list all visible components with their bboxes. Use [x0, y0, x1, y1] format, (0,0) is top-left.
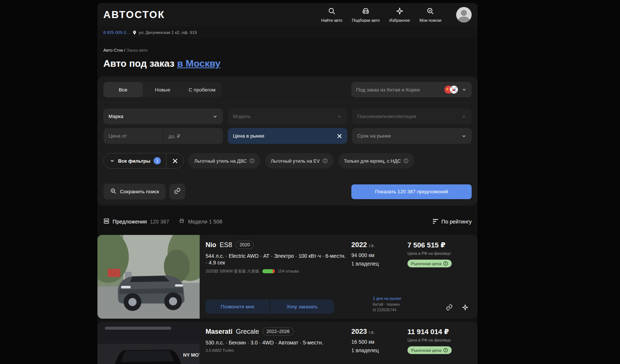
- car-model[interactable]: ES8: [220, 241, 232, 249]
- sparkle-icon: [462, 304, 469, 311]
- chip-util-ev[interactable]: Льготный утиль на EV: [265, 153, 334, 169]
- close-icon: [172, 158, 178, 164]
- sort-control[interactable]: По рейтингу: [433, 219, 472, 225]
- order-button[interactable]: Хочу заказать: [270, 299, 334, 314]
- filters-count-badge: 1: [154, 157, 161, 164]
- user-avatar[interactable]: [456, 7, 472, 22]
- offers-toggle[interactable]: Предложения 120 387: [103, 218, 169, 225]
- card-body: Nio ES8 2020 544 л.с. · Electric AWD · А…: [200, 235, 478, 319]
- market-price-badge[interactable]: Рыночная цена: [407, 260, 452, 267]
- generation-select[interactable]: Поколение/комплектация: [352, 108, 472, 124]
- favorite-button[interactable]: [462, 304, 469, 311]
- market-price-badge-label: Рыночная цена: [411, 261, 441, 266]
- reviews-count: 154 отзыва: [278, 269, 299, 273]
- close-icon[interactable]: [337, 134, 342, 139]
- model-select-label: Модель: [233, 114, 251, 119]
- sort-label: По рейтингу: [441, 219, 472, 225]
- sort-icon: [433, 219, 438, 225]
- chip-legal-vat[interactable]: Только для юрлиц, с НДС: [338, 153, 414, 169]
- city-link[interactable]: в Москву: [177, 58, 221, 69]
- info-icon: [443, 261, 448, 266]
- breadcrumb-current: Заказ авто: [127, 48, 148, 52]
- origin-select[interactable]: Под заказ из Китая и Кореи: [351, 82, 472, 97]
- listing-card-nio-es8: Nio ES8 2020 544 л.с. · Electric AWD · А…: [97, 235, 478, 319]
- chip-label: Льготный утиль на EV: [271, 158, 320, 164]
- clear-filters-button[interactable]: [166, 153, 183, 168]
- nav-collections[interactable]: Подборки авто: [352, 7, 380, 22]
- tab-all[interactable]: Все: [103, 82, 143, 97]
- days-on-market: 2 дня на рынке: [373, 295, 401, 302]
- market-price-label: Цена в рынке: [233, 133, 264, 139]
- year-suffix: г.в.: [369, 243, 375, 248]
- brand-select[interactable]: Марка: [103, 108, 223, 124]
- breadcrumb: Авто Сток / Заказ авто: [103, 48, 472, 52]
- generation-select-label: Поколение/комплектация: [357, 114, 416, 119]
- tab-used[interactable]: С пробегом: [182, 82, 222, 97]
- card-main: Maserati Grecale 2022–2026 530 л.с. · Бе…: [206, 327, 348, 354]
- all-filters-pill: Все фильтры 1: [103, 153, 184, 169]
- all-filters-toggle[interactable]: Все фильтры 1: [104, 157, 166, 164]
- price-note: Цена в РФ на физлицо: [407, 338, 471, 342]
- info-icon: [443, 348, 448, 353]
- contact-bar: 8 925 009-3… ул, Дегунинская 1 к2, оф. 9…: [97, 27, 478, 38]
- nav-my-searches[interactable]: Мои поиски: [420, 7, 441, 22]
- price-to-input[interactable]: до, ₽: [163, 128, 223, 144]
- car-brand[interactable]: Maserati: [206, 328, 232, 336]
- market-term-label: Срок на рынке: [357, 133, 391, 139]
- car-model[interactable]: Grecale: [236, 328, 259, 336]
- price-from-input[interactable]: Цена от: [103, 128, 163, 144]
- car-owners: 1 владелец: [351, 347, 404, 353]
- card-price-col: 7 506 515 ₽ Цена в РФ на физлицо Рыночна…: [407, 241, 471, 274]
- car-mileage: 94 000 км: [351, 252, 404, 258]
- offers-label: Предложения: [113, 219, 147, 225]
- year-range-badge: 2020: [235, 241, 254, 249]
- header: АВТОСТОК Найти авто Подборки авто Избран…: [97, 3, 478, 27]
- tab-new[interactable]: Новые: [143, 82, 182, 97]
- photo-watermark: NY MOTO: [183, 352, 200, 358]
- save-search-button[interactable]: Сохранить поиск: [103, 184, 166, 200]
- brand-select-label: Марка: [108, 114, 123, 119]
- car-price: 11 914 014 ₽: [407, 327, 471, 336]
- car-photo[interactable]: [97, 235, 200, 319]
- listing-card-maserati-grecale: NY MOTO Maserati Grecale 2022–2026 530 л…: [97, 322, 478, 364]
- chevron-down-icon: [462, 87, 467, 92]
- price-range-group: Цена от до, ₽: [103, 128, 223, 144]
- car-photo-illustration: [97, 235, 200, 319]
- car-year: 2022: [351, 241, 367, 249]
- car-photo[interactable]: NY MOTO: [97, 322, 200, 364]
- card-icon-actions: [446, 304, 471, 314]
- origin-select-value: Под заказ из Китая и Кореи: [356, 87, 420, 93]
- breadcrumb-root[interactable]: Авто Сток /: [103, 48, 125, 52]
- market-price-badge[interactable]: Рыночная цена: [407, 346, 452, 354]
- logo[interactable]: АВТОСТОК: [103, 9, 165, 21]
- models-toggle[interactable]: Модели 1 508: [179, 218, 222, 225]
- page-title-text: Авто под заказ: [103, 58, 175, 69]
- chip-util-ice[interactable]: Льготный утиль на ДВС: [188, 153, 260, 169]
- rows-icon: [103, 218, 110, 225]
- copy-link-button[interactable]: [169, 184, 185, 200]
- card-actions: Позвоните мне Хочу заказать: [206, 299, 334, 314]
- market-term-select[interactable]: Срок на рынке: [352, 128, 472, 144]
- car-year: 2023: [351, 327, 367, 335]
- link-icon: [174, 187, 181, 196]
- price-note: Цена в РФ на физлицо: [407, 251, 471, 256]
- card-body: Maserati Grecale 2022–2026 530 л.с. · Бе…: [200, 322, 478, 364]
- year-range-badge: 2022–2026: [262, 327, 294, 336]
- nav-favorites[interactable]: Избранное: [389, 7, 410, 22]
- call-me-button[interactable]: Позвоните мне: [206, 299, 269, 314]
- show-offers-button[interactable]: Показать 120 387 предложений: [351, 184, 472, 199]
- location-pin-icon: [132, 30, 137, 35]
- chip-label: Льготный утиль на ДВС: [194, 158, 247, 164]
- share-link-button[interactable]: [446, 304, 453, 311]
- model-select[interactable]: Модель: [228, 108, 347, 124]
- car-brand[interactable]: Nio: [206, 241, 216, 249]
- market-price-filter[interactable]: Цена в рынке: [228, 128, 347, 144]
- car-location: Китай · Нанкин: [373, 302, 401, 308]
- phone-link[interactable]: 8 925 009-3…: [103, 30, 130, 35]
- car-icon: [362, 7, 370, 17]
- nav-label: Избранное: [389, 18, 410, 22]
- card-main: Nio ES8 2020 544 л.с. · Electric AWD · А…: [206, 241, 348, 274]
- nav-find-auto[interactable]: Найти авто: [321, 7, 342, 22]
- models-label: Модели 1 508: [188, 219, 222, 225]
- info-icon: [323, 158, 328, 163]
